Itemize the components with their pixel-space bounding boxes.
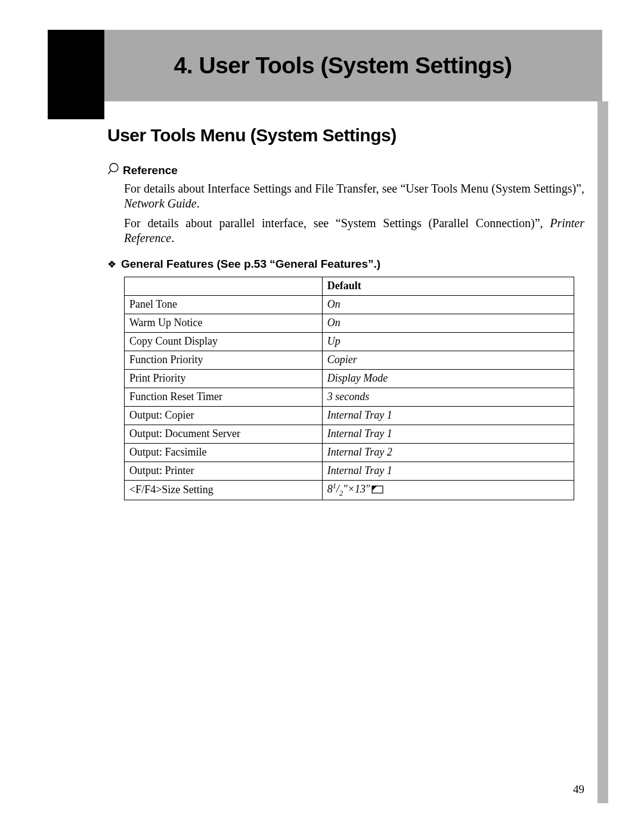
svg-line-1 — [109, 171, 111, 175]
reference-para1-text: For details about Interface Settings and… — [124, 182, 584, 195]
page-content: User Tools Menu (System Settings) Refere… — [48, 101, 602, 500]
reference-para2-end: . — [171, 231, 174, 244]
table-row: Output: CopierInternal Tray 1 — [125, 407, 574, 425]
reference-paragraph-1: For details about Interface Settings and… — [124, 181, 584, 211]
reference-heading: Reference — [107, 162, 584, 179]
document-page: 4. User Tools (System Settings) User Too… — [0, 0, 644, 833]
feature-default-cell: On — [322, 296, 574, 314]
feature-name-cell: Panel Tone — [125, 296, 323, 314]
feature-name-cell: Copy Count Display — [125, 333, 323, 351]
feature-name-cell: Function Priority — [125, 351, 323, 370]
feature-name-cell: Output: Document Server — [125, 425, 323, 444]
feature-name-cell: Print Priority — [125, 370, 323, 388]
feature-name-cell: Output: Printer — [125, 462, 323, 481]
feature-default-cell: Copier — [322, 351, 574, 370]
feature-default-cell: Internal Tray 1 — [322, 462, 574, 481]
feature-default-cell: 81/2″×13″ — [322, 481, 574, 500]
table-row: Output: PrinterInternal Tray 1 — [125, 462, 574, 481]
reference-para1-book: Network Guide — [124, 197, 197, 210]
general-features-table: Default Panel ToneOnWarm Up NoticeOnCopy… — [124, 277, 574, 500]
feature-default-cell: Internal Tray 2 — [322, 444, 574, 462]
table-row: Function PriorityCopier — [125, 351, 574, 370]
feature-default-cell: Internal Tray 1 — [322, 425, 574, 444]
feature-default-cell: Internal Tray 1 — [322, 407, 574, 425]
table-row: Warm Up NoticeOn — [125, 314, 574, 333]
feature-default-cell: On — [322, 314, 574, 333]
landscape-orientation-icon — [371, 484, 383, 497]
table-header-default: Default — [322, 277, 574, 296]
table-row: Panel ToneOn — [125, 296, 574, 314]
feature-name-cell: Function Reset Timer — [125, 388, 323, 407]
section-title: User Tools Menu (System Settings) — [107, 125, 584, 145]
feature-default-cell: 3 seconds — [322, 388, 574, 407]
reference-icon — [107, 162, 120, 179]
subhead-text: General Features (See p.53 “General Feat… — [121, 258, 380, 271]
svg-point-0 — [110, 163, 118, 172]
reference-paragraph-2: For details about parallel interface, se… — [124, 216, 584, 246]
feature-name-cell: Output: Facsimile — [125, 444, 323, 462]
table-row: Output: FacsimileInternal Tray 2 — [125, 444, 574, 462]
feature-default-cell: Display Mode — [322, 370, 574, 388]
table-row: Output: Document ServerInternal Tray 1 — [125, 425, 574, 444]
table-header-empty — [125, 277, 323, 296]
feature-name-cell: Output: Copier — [125, 407, 323, 425]
feature-name-cell: <F/F4>Size Setting — [125, 481, 323, 500]
feature-default-cell: Up — [322, 333, 574, 351]
diamond-bullet-icon: ❖ — [107, 259, 116, 270]
reference-para1-end: . — [197, 197, 200, 210]
table-row: <F/F4>Size Setting81/2″×13″ — [125, 481, 574, 500]
page-number: 49 — [573, 783, 584, 796]
table-row: Function Reset Timer3 seconds — [125, 388, 574, 407]
general-features-subhead: ❖ General Features (See p.53 “General Fe… — [107, 258, 584, 271]
table-header-row: Default — [125, 277, 574, 296]
reference-label: Reference — [123, 164, 178, 177]
feature-name-cell: Warm Up Notice — [125, 314, 323, 333]
table-row: Print PriorityDisplay Mode — [125, 370, 574, 388]
svg-marker-3 — [372, 486, 377, 491]
chapter-header-bar: 4. User Tools (System Settings) — [48, 30, 602, 101]
chapter-title: 4. User Tools (System Settings) — [174, 52, 512, 79]
reference-para2-text: For details about parallel interface, se… — [124, 216, 550, 230]
table-row: Copy Count DisplayUp — [125, 333, 574, 351]
